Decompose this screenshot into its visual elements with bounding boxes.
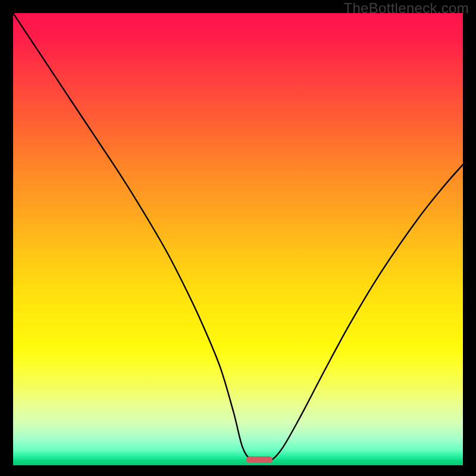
plot-area — [13, 13, 463, 465]
curve-svg — [13, 13, 463, 465]
chart-frame: TheBottleneck.com — [0, 0, 476, 476]
bottleneck-marker — [246, 456, 273, 463]
bottleneck-curve — [13, 13, 463, 461]
watermark-text: TheBottleneck.com — [343, 0, 469, 17]
